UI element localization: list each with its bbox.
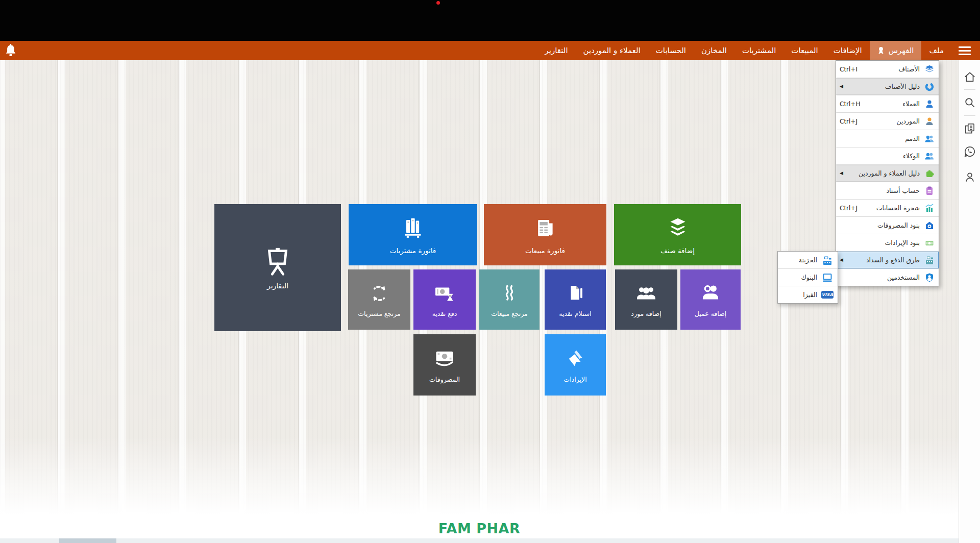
stacked-layers-icon	[664, 215, 692, 242]
tile-purchase-invoice[interactable]: فاتورة مشتريات	[349, 204, 477, 265]
tile-label: إضافة مورد	[631, 310, 661, 317]
tile-revenues[interactable]: الإيرادات	[545, 334, 606, 396]
tile-label: إضافة عميل	[695, 310, 726, 317]
whatsapp-icon[interactable]	[963, 145, 976, 158]
people-group-icon	[634, 282, 658, 305]
newspaper-icon	[532, 215, 558, 242]
tile-sales-invoice[interactable]: فاتورة مبيعات	[484, 204, 606, 265]
menu-item-addons[interactable]: الإضافات	[826, 41, 870, 60]
hamburger-menu-button[interactable]	[951, 41, 978, 60]
dropdown-item-customers-suppliers-guide[interactable]: دليل العملاء و الموردين ◀	[836, 165, 939, 182]
dropdown-item-items[interactable]: الأصناف Ctrl+I	[836, 61, 939, 78]
money-hourglass-icon	[432, 282, 457, 305]
submenu-arrow-icon: ◀	[840, 258, 843, 262]
main-menu-bar: ملف الفهرس الإضافات المبيعات المشتريات ا…	[0, 41, 980, 60]
dropdown-item-users[interactable]: المستخدمين	[836, 269, 939, 286]
documents-icon[interactable]	[963, 122, 976, 135]
notification-dot	[436, 1, 440, 5]
tile-sales-return[interactable]: مرتجع مبيعات	[479, 269, 540, 330]
shortcut: Ctrl+J	[840, 118, 857, 125]
presentation-easel-icon	[261, 245, 295, 277]
menu-item-customers-suppliers[interactable]: العملاء و الموردين	[576, 41, 648, 60]
shortcut: Ctrl+I	[840, 66, 857, 73]
menu-item-index[interactable]: الفهرس	[870, 41, 922, 60]
tile-expenses[interactable]: المصروفات	[413, 334, 476, 396]
dropdown-item-revenue-items[interactable]: بنود الإيرادات	[836, 234, 939, 252]
menu-item-file[interactable]: ملف	[921, 41, 951, 60]
tile-add-customer[interactable]: إضافة عميل	[680, 269, 741, 330]
cash-register-icon	[924, 255, 935, 266]
submenu-item-banks[interactable]: البنوك	[778, 269, 838, 286]
dropdown-item-items-guide[interactable]: دليل الأصناف ◀	[836, 78, 939, 95]
people-pair-icon	[924, 133, 935, 144]
top-title-bar	[0, 0, 980, 41]
tile-cash-payment[interactable]: دفع نقدية	[413, 269, 476, 330]
ribbon-icon	[877, 46, 885, 55]
tile-reports[interactable]: التقارير	[214, 204, 341, 331]
refresh-dashed-icon	[368, 282, 391, 305]
menu-item-accounts[interactable]: الحسابات	[648, 41, 694, 60]
scrollbar-thumb[interactable]	[59, 538, 116, 543]
submenu-arrow-icon: ◀	[840, 171, 843, 176]
tile-label: استلام نقدية	[559, 310, 591, 317]
tile-purchase-return[interactable]: مرتجع مشتريات	[348, 269, 410, 330]
tile-label: مرتجع مشتريات	[358, 310, 400, 317]
tile-add-item[interactable]: إضافة صنف	[614, 204, 741, 265]
search-icon[interactable]	[963, 96, 976, 109]
tile-label: فاتورة مبيعات	[525, 246, 565, 255]
submenu-arrow-icon: ◀	[840, 84, 843, 89]
dropdown-item-receivables[interactable]: الذمم	[836, 130, 939, 147]
menu-item-reports[interactable]: التقارير	[537, 41, 575, 60]
home-icon[interactable]	[963, 70, 976, 84]
menu-nav: ملف الفهرس الإضافات المبيعات المشتريات ا…	[537, 41, 978, 60]
tile-add-supplier[interactable]: إضافة مورد	[615, 269, 677, 330]
tile-label: دفع نقدية	[432, 310, 457, 317]
bank-computer-icon	[821, 273, 834, 283]
supplier-person-icon	[924, 116, 935, 127]
submenu-item-treasury[interactable]: الخزينة	[778, 252, 838, 269]
dropdown-item-accounts-tree[interactable]: شجرة الحسابات Ctrl+J	[836, 200, 939, 217]
menu-item-purchases[interactable]: المشتريات	[734, 41, 783, 60]
shortcut: Ctrl+H	[840, 101, 860, 108]
dropdown-item-payment-methods[interactable]: طرق الدفع و السداد ◀	[836, 252, 939, 269]
submenu-item-visa[interactable]: VISA الفيزا	[778, 286, 838, 303]
receipt-documents-icon	[564, 282, 587, 305]
items-layers-icon	[924, 64, 935, 75]
tile-label: إضافة صنف	[660, 246, 695, 255]
company-brand: FAM PHAR	[0, 521, 959, 536]
treasury-register-icon	[821, 255, 834, 265]
ledger-clipboard-icon	[924, 185, 935, 196]
right-sidebar	[959, 60, 980, 543]
index-dropdown-menu: الأصناف Ctrl+I دليل الأصناف ◀ العملاء Ct…	[836, 60, 939, 286]
wave-lines-icon	[498, 282, 521, 305]
menu-item-sales[interactable]: المبيعات	[783, 41, 825, 60]
dropdown-item-suppliers[interactable]: الموردين Ctrl+J	[836, 113, 939, 130]
visa-card-icon: VISA	[821, 290, 834, 300]
sidebar-divider	[964, 115, 975, 116]
horizontal-scrollbar[interactable]	[0, 538, 959, 543]
tile-label: التقارير	[267, 282, 288, 290]
accounts-chart-icon	[924, 203, 935, 214]
agents-pair-icon	[924, 151, 935, 162]
menu-item-stores[interactable]: المخازن	[694, 41, 734, 60]
visa-badge: VISA	[821, 291, 834, 299]
items-guide-ring-icon	[924, 81, 935, 92]
dropdown-item-agents[interactable]: الوكلاء	[836, 147, 939, 165]
shortcut: Ctrl+J	[840, 205, 857, 212]
expense-items-icon	[924, 220, 935, 231]
banknote-swoosh-icon	[432, 347, 457, 371]
bell-icon[interactable]	[4, 43, 17, 58]
tile-label: فاتورة مشتريات	[390, 246, 436, 255]
puzzle-icon	[924, 168, 935, 179]
tile-label: مرتجع مبيعات	[491, 310, 528, 317]
payment-methods-submenu: الخزينة البنوك VISA الفيزا	[777, 251, 838, 304]
bookmark-tag-icon	[563, 347, 587, 371]
tile-cash-receipt[interactable]: استلام نقدية	[545, 269, 606, 330]
dropdown-item-customers[interactable]: العملاء Ctrl+H	[836, 95, 939, 113]
two-people-icon	[698, 282, 723, 305]
dropdown-item-expense-items[interactable]: بنود المصروفات	[836, 217, 939, 234]
profile-icon[interactable]	[963, 170, 976, 184]
users-shield-icon	[924, 272, 935, 283]
dropdown-item-ledger-account[interactable]: حساب أستاذ	[836, 182, 939, 200]
tile-label: الإيرادات	[564, 376, 586, 383]
